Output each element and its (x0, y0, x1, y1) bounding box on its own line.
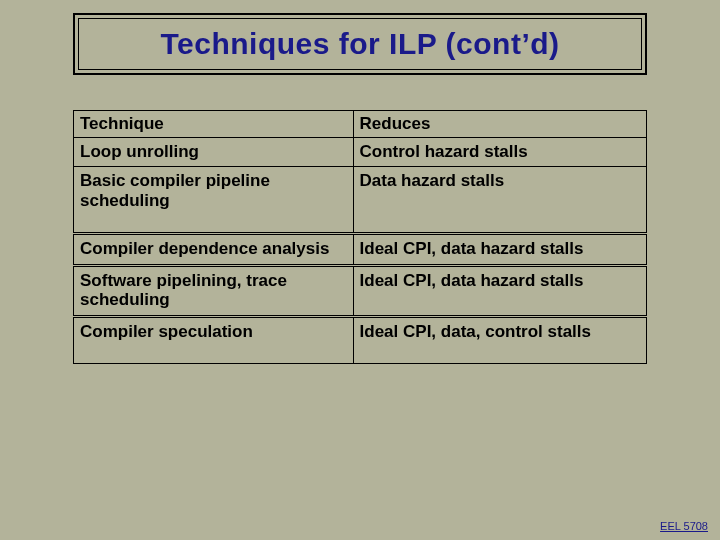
cell-technique: Basic compiler pipeline scheduling (74, 167, 354, 234)
cell-technique: Loop unrolling (74, 137, 354, 167)
techniques-table: Technique Reduces Loop unrolling Control… (73, 110, 647, 364)
cell-reduces: Ideal CPI, data hazard stalls (353, 265, 646, 316)
table-row: Loop unrolling Control hazard stalls (74, 137, 647, 167)
cell-reduces: Data hazard stalls (353, 167, 646, 234)
header-reduces: Reduces (353, 111, 646, 138)
table-row: Basic compiler pipeline scheduling Data … (74, 167, 647, 234)
table-row: Software pipelining, trace scheduling Id… (74, 265, 647, 316)
cell-technique: Compiler dependence analysis (74, 234, 354, 266)
header-technique: Technique (74, 111, 354, 138)
slide: Techniques for ILP (cont’d) Technique Re… (0, 0, 720, 540)
cell-technique: Software pipelining, trace scheduling (74, 265, 354, 316)
cell-reduces: Control hazard stalls (353, 137, 646, 167)
title-box: Techniques for ILP (cont’d) (73, 13, 647, 75)
table-row: Compiler dependence analysis Ideal CPI, … (74, 234, 647, 266)
cell-technique: Compiler speculation (74, 316, 354, 364)
table-row: Compiler speculation Ideal CPI, data, co… (74, 316, 647, 364)
cell-reduces: Ideal CPI, data, control stalls (353, 316, 646, 364)
footer-course-code: EEL 5708 (660, 520, 708, 532)
table-header-row: Technique Reduces (74, 111, 647, 138)
cell-reduces: Ideal CPI, data hazard stalls (353, 234, 646, 266)
slide-title: Techniques for ILP (cont’d) (160, 27, 559, 61)
